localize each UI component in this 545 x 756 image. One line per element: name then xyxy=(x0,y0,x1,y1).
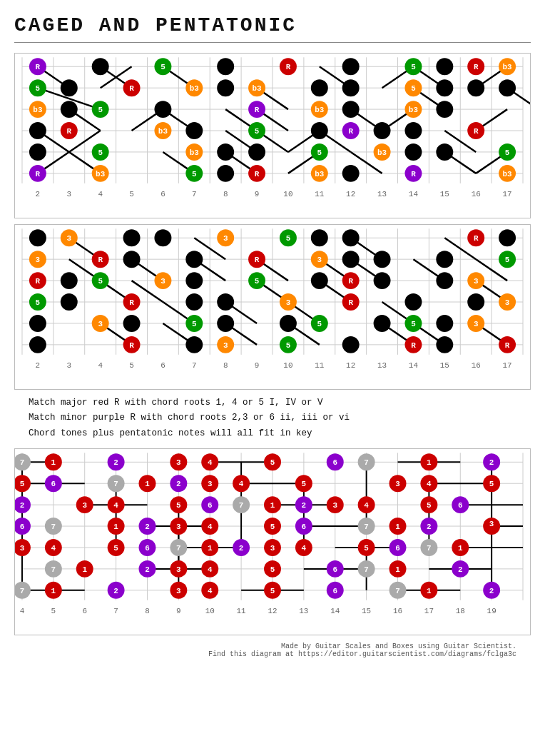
svg-text:6: 6 xyxy=(458,501,463,510)
svg-text:5: 5 xyxy=(505,256,510,264)
svg-point-113 xyxy=(311,122,328,139)
svg-text:5: 5 xyxy=(161,63,165,71)
svg-text:7: 7 xyxy=(51,523,56,531)
svg-text:b3: b3 xyxy=(158,127,168,136)
diagram-2: 3 3 5 R 3 R xyxy=(14,224,531,390)
svg-point-81 xyxy=(217,79,234,96)
svg-text:2: 2 xyxy=(36,190,41,198)
svg-text:7: 7 xyxy=(51,565,56,574)
svg-point-293 xyxy=(436,315,453,332)
svg-text:16: 16 xyxy=(472,190,481,198)
svg-text:2: 2 xyxy=(113,587,118,595)
svg-text:R: R xyxy=(255,106,260,114)
svg-text:4: 4 xyxy=(364,501,369,510)
svg-text:3: 3 xyxy=(474,277,479,286)
svg-text:5: 5 xyxy=(270,565,275,574)
svg-text:5: 5 xyxy=(51,606,56,615)
svg-text:4: 4 xyxy=(427,480,432,488)
svg-text:2: 2 xyxy=(113,458,118,467)
svg-text:b3: b3 xyxy=(96,170,106,178)
svg-text:18: 18 xyxy=(456,606,465,615)
svg-text:2: 2 xyxy=(36,361,41,370)
svg-point-88 xyxy=(436,79,453,96)
svg-text:7: 7 xyxy=(113,480,118,488)
svg-point-267 xyxy=(61,293,78,311)
svg-text:b3: b3 xyxy=(315,106,325,114)
svg-point-304 xyxy=(342,336,360,353)
svg-point-262 xyxy=(436,272,453,289)
svg-point-255 xyxy=(185,272,203,289)
fretboard-svg-2: 3 3 5 R 3 R xyxy=(15,225,530,389)
svg-text:3: 3 xyxy=(223,341,228,350)
svg-text:7: 7 xyxy=(176,544,181,553)
page: CAGED AND PENTATONIC xyxy=(0,0,545,669)
svg-text:14: 14 xyxy=(330,606,340,615)
svg-text:2: 2 xyxy=(145,523,150,531)
svg-text:10: 10 xyxy=(205,606,215,615)
svg-text:5: 5 xyxy=(489,480,494,488)
svg-text:6: 6 xyxy=(145,544,150,553)
svg-point-286 xyxy=(217,315,234,332)
svg-text:3: 3 xyxy=(505,298,510,307)
svg-text:5: 5 xyxy=(192,170,197,178)
svg-text:5: 5 xyxy=(317,320,322,328)
svg-point-243 xyxy=(342,251,360,268)
svg-text:8: 8 xyxy=(145,606,150,615)
svg-text:12: 12 xyxy=(346,361,355,370)
svg-text:R: R xyxy=(348,127,353,136)
svg-text:3: 3 xyxy=(176,587,181,595)
svg-point-85 xyxy=(342,79,360,96)
svg-text:10: 10 xyxy=(283,190,292,198)
svg-text:2: 2 xyxy=(145,565,150,574)
svg-point-250 xyxy=(61,272,78,289)
fretboard-svg-1: R 5 R 5 R b3 xyxy=(15,54,530,218)
svg-text:9: 9 xyxy=(255,361,260,370)
svg-text:4: 4 xyxy=(113,501,118,510)
svg-text:7: 7 xyxy=(192,190,197,198)
svg-text:R: R xyxy=(286,63,291,71)
svg-text:7: 7 xyxy=(113,606,118,615)
svg-text:11: 11 xyxy=(315,190,325,198)
svg-point-110 xyxy=(185,122,203,139)
svg-point-89 xyxy=(467,79,484,96)
svg-text:3: 3 xyxy=(82,501,87,510)
svg-text:16: 16 xyxy=(472,361,481,370)
legend-line-3: Chord tones plus pentatonic notes will a… xyxy=(29,426,516,441)
svg-text:15: 15 xyxy=(362,606,371,615)
svg-text:3: 3 xyxy=(176,523,181,531)
svg-text:7: 7 xyxy=(20,587,25,595)
svg-text:9: 9 xyxy=(255,190,260,198)
svg-text:1: 1 xyxy=(208,544,213,553)
svg-text:7: 7 xyxy=(364,458,369,467)
svg-text:3: 3 xyxy=(36,256,41,264)
svg-text:5: 5 xyxy=(411,84,416,93)
svg-text:5: 5 xyxy=(176,501,181,510)
svg-text:b3: b3 xyxy=(503,63,513,71)
svg-text:b3: b3 xyxy=(377,148,387,157)
svg-text:2: 2 xyxy=(176,480,181,488)
svg-text:R: R xyxy=(474,63,479,71)
svg-text:6: 6 xyxy=(208,501,213,510)
footer-line-2: Find this diagram at https://editor.guit… xyxy=(29,650,516,658)
svg-point-105 xyxy=(29,122,46,139)
svg-point-299 xyxy=(185,336,203,353)
svg-text:3: 3 xyxy=(474,320,479,328)
svg-text:1: 1 xyxy=(113,523,118,531)
svg-text:2: 2 xyxy=(489,587,494,595)
svg-text:3: 3 xyxy=(270,544,275,553)
svg-text:15: 15 xyxy=(440,190,449,198)
svg-text:6: 6 xyxy=(161,190,165,198)
svg-point-290 xyxy=(374,315,391,332)
svg-text:5: 5 xyxy=(255,127,260,136)
svg-text:7: 7 xyxy=(239,501,244,510)
svg-text:2: 2 xyxy=(302,501,307,510)
svg-text:1: 1 xyxy=(270,501,275,510)
svg-text:6: 6 xyxy=(302,523,307,531)
svg-text:11: 11 xyxy=(315,361,325,370)
svg-point-276 xyxy=(404,293,422,311)
svg-text:14: 14 xyxy=(409,190,419,198)
svg-text:10: 10 xyxy=(283,361,292,370)
svg-text:13: 13 xyxy=(299,606,308,615)
svg-text:1: 1 xyxy=(395,565,400,574)
svg-text:17: 17 xyxy=(424,606,434,615)
